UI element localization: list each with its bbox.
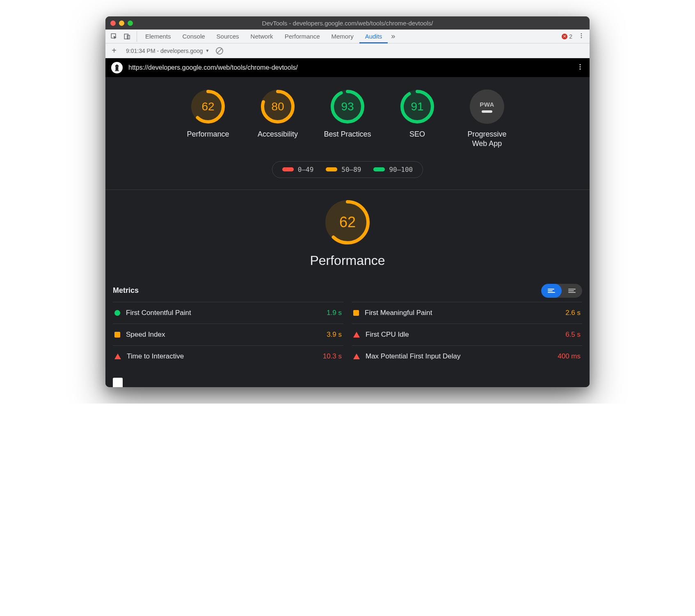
chevron-down-icon: ▼: [206, 48, 210, 53]
metrics-view-toggle: [541, 284, 582, 298]
pwa-badge: PWA: [470, 89, 504, 124]
legend-pass: 90–100: [373, 166, 413, 173]
performance-section: 62 Performance: [105, 189, 590, 272]
report-menu-kebab[interactable]: [576, 63, 584, 72]
metric-value: 3.9 s: [327, 331, 342, 339]
svg-point-10: [580, 68, 581, 70]
category-gauges-row: 62 Performance 80 Accessibility 93 Best …: [105, 85, 590, 153]
tab-memory[interactable]: Memory: [326, 30, 359, 43]
tab-audits[interactable]: Audits: [359, 30, 388, 43]
svg-point-8: [580, 64, 581, 65]
gauge-score: 62: [191, 89, 225, 124]
svg-point-4: [581, 35, 582, 36]
report-url: https://developers.google.com/web/tools/…: [128, 64, 571, 71]
metric-value: 2.6 s: [565, 309, 581, 317]
performance-score: 62: [325, 200, 370, 245]
metrics-heading: Metrics: [113, 286, 139, 295]
gauge-label: Performance: [187, 130, 229, 139]
svg-point-9: [580, 66, 581, 68]
svg-point-3: [581, 33, 582, 34]
new-audit-button[interactable]: +: [109, 46, 119, 56]
score-legend: 0–49 50–89 90–100: [272, 161, 423, 178]
metric-value: 10.3 s: [323, 352, 342, 360]
tab-elements[interactable]: Elements: [139, 30, 177, 43]
metric-name: Max Potential First Input Delay: [366, 352, 460, 360]
metrics-view-compact[interactable]: [541, 284, 562, 298]
titlebar: DevTools - developers.google.com/web/too…: [105, 16, 590, 30]
gauge-label: Progressive Web App: [460, 130, 514, 149]
fail-indicator-icon: [114, 354, 121, 359]
tab-console[interactable]: Console: [177, 30, 211, 43]
fail-indicator-icon: [353, 332, 360, 338]
audit-report-selector[interactable]: 9:01:34 PM - developers.goog ▼: [123, 46, 212, 56]
pass-indicator-icon: [114, 310, 120, 316]
device-toolbar-icon[interactable]: [122, 31, 133, 42]
gauge-best-practices[interactable]: 93 Best Practices: [321, 89, 374, 149]
metric-value: 1.9 s: [327, 309, 342, 317]
gauge-performance[interactable]: 62 Performance: [181, 89, 235, 149]
metric-value: 6.5 s: [565, 331, 581, 339]
clear-audit-icon[interactable]: [216, 47, 223, 55]
gauge-score: 91: [400, 89, 434, 124]
view-trace-button-clipped[interactable]: [113, 378, 123, 387]
legend-fail: 0–49: [282, 166, 314, 173]
average-indicator-icon: [114, 332, 120, 338]
inspect-element-icon[interactable]: [109, 31, 119, 42]
average-indicator-icon: [353, 310, 359, 316]
metric-value: 400 ms: [558, 352, 581, 360]
lighthouse-url-bar: https://developers.google.com/web/tools/…: [105, 58, 590, 77]
audit-report-label: 9:01:34 PM - developers.goog: [126, 48, 203, 54]
window-title: DevTools - developers.google.com/web/too…: [105, 20, 590, 27]
metric-row: First CPU Idle 6.5 s: [352, 324, 582, 345]
metric-name: First CPU Idle: [366, 331, 409, 339]
devtools-tabstrip: ElementsConsoleSourcesNetworkPerformance…: [105, 30, 590, 43]
gauge-accessibility[interactable]: 80 Accessibility: [251, 89, 304, 149]
metric-row: First Contentful Paint 1.9 s: [113, 302, 343, 324]
svg-rect-7: [115, 71, 119, 71]
error-icon: ✕: [562, 34, 567, 39]
devtools-settings-kebab[interactable]: [576, 31, 586, 42]
svg-rect-1: [124, 34, 128, 39]
error-count: 2: [569, 33, 572, 40]
metric-name: Speed Index: [126, 331, 165, 339]
legend-avg: 50–89: [326, 166, 361, 173]
pwa-status-bar: [482, 110, 492, 113]
gauge-progressive-web-app[interactable]: PWA Progressive Web App: [460, 89, 514, 149]
metric-row: First Meaningful Paint 2.6 s: [352, 302, 582, 324]
lighthouse-report: 62 Performance 80 Accessibility 93 Best …: [105, 77, 590, 387]
metric-row: Max Potential First Input Delay 400 ms: [352, 345, 582, 367]
svg-rect-6: [116, 67, 119, 71]
lighthouse-logo-icon: [111, 62, 123, 73]
gauge-label: SEO: [409, 130, 425, 139]
gauge-label: Accessibility: [258, 130, 298, 139]
fail-indicator-icon: [353, 354, 360, 359]
tab-performance[interactable]: Performance: [279, 30, 326, 43]
metric-name: Time to Interactive: [127, 352, 184, 360]
audits-toolbar: + 9:01:34 PM - developers.goog ▼: [105, 43, 590, 58]
metric-name: First Contentful Paint: [126, 309, 191, 317]
devtools-window: DevTools - developers.google.com/web/too…: [105, 16, 590, 387]
gauge-score: 93: [330, 89, 365, 124]
gauge-label: Best Practices: [324, 130, 371, 139]
metrics-grid: First Contentful Paint 1.9 s First Meani…: [105, 302, 590, 375]
tab-sources[interactable]: Sources: [211, 30, 245, 43]
metric-name: First Meaningful Paint: [365, 309, 432, 317]
tab-network[interactable]: Network: [245, 30, 279, 43]
section-title: Performance: [310, 253, 385, 268]
metric-row: Time to Interactive 10.3 s: [113, 345, 343, 367]
metric-row: Speed Index 3.9 s: [113, 324, 343, 345]
console-errors-badge[interactable]: ✕ 2: [562, 33, 572, 40]
gauge-seo[interactable]: 91 SEO: [391, 89, 444, 149]
svg-point-5: [581, 37, 582, 38]
tabs-overflow-button[interactable]: »: [388, 31, 398, 42]
gauge-score: 80: [261, 89, 295, 124]
pwa-badge-text: PWA: [480, 101, 494, 108]
metrics-view-detailed[interactable]: [562, 284, 582, 298]
